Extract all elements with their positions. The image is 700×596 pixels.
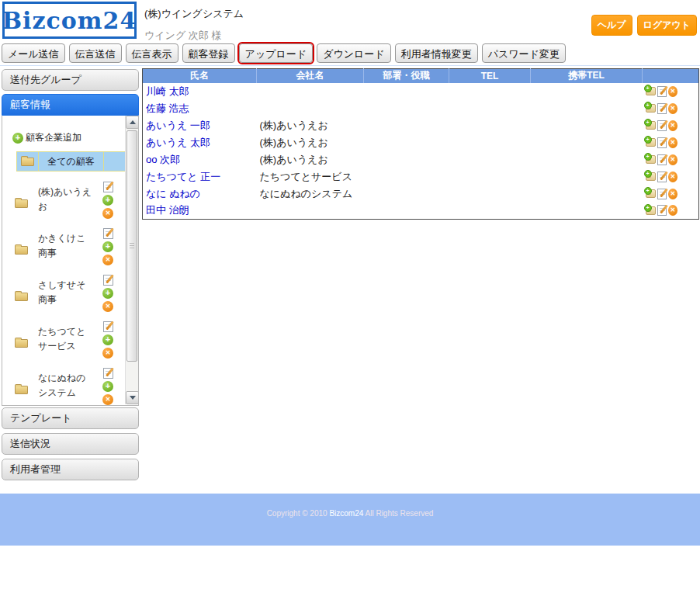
row-actions [643, 100, 699, 117]
session-buttons: ヘルプ ログアウト [591, 15, 697, 36]
edit-icon[interactable] [657, 86, 667, 97]
row-actions [643, 134, 699, 151]
delete-icon[interactable] [102, 394, 113, 405]
add-icon[interactable] [102, 195, 113, 206]
content-divider [0, 65, 700, 66]
edit-icon[interactable] [657, 137, 667, 148]
add-icon[interactable] [102, 334, 113, 345]
tree-item-label[interactable]: たちつてとサービス [38, 324, 94, 354]
copyright-suffix: All Rights Reserved [366, 509, 434, 518]
delete-icon[interactable] [668, 205, 677, 216]
delete-icon[interactable] [668, 86, 677, 97]
add-icon [12, 133, 23, 144]
all-customers-label[interactable]: 全ての顧客 [38, 152, 103, 171]
customer-company: (株)あいうえお [257, 117, 364, 134]
column-header-actions [643, 69, 699, 83]
customer-department [364, 185, 449, 203]
tree-item-actions [102, 275, 113, 312]
scrollbar-thumb[interactable] [126, 130, 137, 362]
page-footer: Copyright © 2010 Bizcom24 All Rights Res… [0, 494, 700, 546]
all-customers-folder-cell [17, 152, 38, 171]
customer-company: たちつてとサービス [257, 168, 364, 185]
edit-icon[interactable] [103, 275, 113, 286]
tab-upload[interactable]: アップロード [239, 43, 314, 63]
delete-icon[interactable] [102, 348, 113, 359]
add-icon[interactable] [102, 288, 113, 299]
folder-icon [15, 293, 28, 301]
scroll-up-button[interactable] [126, 116, 139, 129]
vcard-add-icon[interactable] [646, 155, 656, 164]
edit-icon[interactable] [103, 228, 113, 239]
vcard-add-icon[interactable] [646, 189, 656, 198]
delete-icon[interactable] [668, 137, 677, 148]
customer-tree-panel: 顧客企業追加 全ての顧客 (株)あいうえお かきくけこ商事 さしすせそ商事 [2, 116, 139, 406]
customer-name-link[interactable]: oo 次郎 [143, 151, 257, 168]
tree-item-label[interactable]: (株)あいうえお [38, 185, 94, 214]
logo-text: Bizcom24 [2, 7, 137, 34]
help-button[interactable]: ヘルプ [591, 15, 632, 36]
customer-department [364, 203, 449, 220]
vcard-add-icon[interactable] [646, 87, 656, 95]
vcard-add-icon[interactable] [646, 138, 656, 147]
edit-icon[interactable] [657, 103, 667, 114]
edit-icon[interactable] [657, 154, 667, 165]
bizcom24-logo[interactable]: Bizcom24 [2, 2, 137, 39]
delete-icon[interactable] [668, 154, 677, 165]
edit-icon[interactable] [657, 189, 667, 199]
delete-icon[interactable] [102, 255, 113, 265]
add-company-link[interactable]: 顧客企業追加 [12, 131, 81, 144]
customer-company: なにぬねのシステム [257, 185, 364, 203]
tab-mail-send[interactable]: メール送信 [2, 43, 65, 63]
tab-customer-register[interactable]: 顧客登録 [182, 43, 235, 63]
tree-item-actions [102, 182, 113, 219]
sidebar-item-send-status[interactable]: 送信状況 [2, 433, 139, 455]
sidebar-item-send-groups[interactable]: 送付先グループ [2, 69, 139, 91]
customer-name-link[interactable]: たちつてと 正一 [143, 168, 257, 185]
delete-icon[interactable] [668, 189, 677, 199]
customer-name-link[interactable]: 川崎 太郎 [143, 83, 257, 100]
vcard-add-icon[interactable] [646, 104, 656, 113]
logout-button[interactable]: ログアウト [637, 15, 697, 36]
tab-message-view[interactable]: 伝言表示 [126, 43, 178, 63]
scroll-down-button[interactable] [126, 391, 139, 404]
delete-icon[interactable] [102, 208, 113, 219]
customer-name-link[interactable]: 佐藤 浩志 [143, 100, 257, 117]
customer-name-link[interactable]: あいうえ 太郎 [143, 134, 257, 151]
folder-icon [15, 386, 28, 394]
tree-item-actions [102, 368, 113, 405]
customer-name-link[interactable]: あいうえ 一郎 [143, 117, 257, 134]
edit-icon[interactable] [103, 368, 113, 379]
delete-icon[interactable] [668, 120, 677, 131]
tree-scrollbar[interactable] [125, 116, 138, 404]
customer-tel [449, 203, 531, 220]
delete-icon[interactable] [102, 301, 113, 312]
customer-name-link[interactable]: 田中 治朗 [143, 203, 257, 220]
sidebar-item-user-management[interactable]: 利用者管理 [2, 459, 139, 480]
row-actions [643, 83, 699, 100]
customer-mobile [531, 203, 643, 220]
delete-icon[interactable] [668, 103, 677, 114]
tree-item-all-customers[interactable]: 全ての顧客 [16, 151, 127, 172]
sidebar-item-customer-info[interactable]: 顧客情報 [2, 94, 139, 116]
tab-download[interactable]: ダウンロード [317, 43, 391, 63]
tab-user-info-change[interactable]: 利用者情報変更 [395, 43, 478, 63]
sidebar-item-template[interactable]: テンプレート [2, 407, 139, 429]
customer-name-link[interactable]: なに ぬねの [143, 185, 257, 203]
arrow-up-icon [130, 120, 136, 124]
edit-icon[interactable] [657, 172, 667, 182]
edit-icon[interactable] [657, 120, 667, 131]
vcard-add-icon[interactable] [646, 206, 656, 215]
edit-icon[interactable] [103, 182, 113, 192]
vcard-add-icon[interactable] [646, 121, 656, 130]
tree-item-label[interactable]: なにぬねのシステム [38, 371, 94, 400]
tab-message-send[interactable]: 伝言送信 [69, 43, 122, 63]
delete-icon[interactable] [668, 172, 677, 182]
tree-item-label[interactable]: さしすせそ商事 [38, 278, 94, 307]
add-icon[interactable] [102, 381, 113, 392]
add-icon[interactable] [102, 241, 113, 252]
tab-password-change[interactable]: パスワード変更 [482, 43, 566, 63]
edit-icon[interactable] [103, 321, 113, 332]
edit-icon[interactable] [657, 205, 667, 216]
vcard-add-icon[interactable] [646, 172, 656, 181]
tree-item-label[interactable]: かきくけこ商事 [38, 231, 94, 261]
